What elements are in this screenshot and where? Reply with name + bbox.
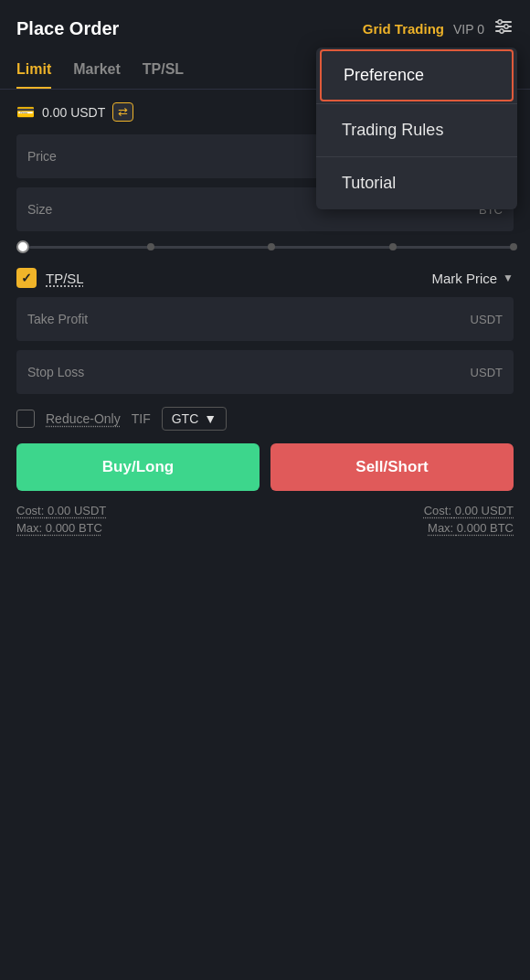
reduce-only-row: Reduce-Only TIF GTC ▼	[16, 407, 514, 431]
tab-limit[interactable]: Limit	[16, 54, 51, 89]
tpsl-row: ✓ TP/SL Mark Price ▼	[16, 268, 514, 288]
tpsl-label: TP/SL	[46, 271, 422, 286]
slider-handle[interactable]	[16, 240, 29, 253]
header-right: Grid Trading VIP 0	[363, 16, 514, 41]
sell-cost-label-text: Cost:	[424, 504, 451, 517]
page-title: Place Order	[16, 18, 119, 39]
slider-track[interactable]	[29, 246, 514, 249]
slider-tick-100	[510, 243, 517, 250]
sell-max-value: 0.000 BTC	[457, 521, 514, 535]
stop-loss-label: Stop Loss	[27, 365, 463, 379]
header: Place Order Grid Trading VIP 0	[0, 0, 530, 50]
sell-short-button[interactable]: Sell/Short	[270, 443, 514, 491]
grid-trading-label[interactable]: Grid Trading	[363, 21, 444, 37]
svg-point-5	[500, 29, 504, 33]
sell-cost-item: Cost: 0.00 USDT Max: 0.000 BTC	[424, 504, 514, 535]
stop-loss-unit: USDT	[471, 366, 503, 379]
chevron-down-icon: ▼	[503, 272, 514, 284]
buy-max-label: Max: 0.000 BTC	[16, 521, 106, 535]
dropdown-item-tutorial[interactable]: Tutorial	[316, 157, 517, 209]
reduce-only-checkbox[interactable]	[16, 410, 35, 428]
tab-tpsl-tab[interactable]: TP/SL	[143, 54, 184, 89]
slider-row	[16, 240, 514, 253]
sell-cost-value: 0.00 USDT	[455, 504, 514, 517]
reduce-only-label: Reduce-Only	[46, 411, 121, 426]
tpsl-checkbox[interactable]: ✓	[16, 268, 37, 288]
sell-max-label-text: Max:	[428, 521, 453, 535]
svg-point-4	[504, 25, 508, 28]
sell-max-label: Max: 0.000 BTC	[424, 521, 514, 535]
buy-cost-label-text: Cost:	[16, 504, 44, 517]
take-profit-label: Take Profit	[27, 312, 463, 326]
cost-row: Cost: 0.00 USDT Max: 0.000 BTC Cost: 0.0…	[16, 504, 514, 535]
balance-value: 0.00 USDT	[42, 105, 105, 120]
stop-loss-field[interactable]: Stop Loss USDT	[16, 350, 514, 394]
buy-long-button[interactable]: Buy/Long	[16, 443, 260, 491]
gtc-chevron-icon: ▼	[204, 411, 217, 426]
gtc-select[interactable]: GTC ▼	[162, 407, 227, 431]
buy-cost-item: Cost: 0.00 USDT Max: 0.000 BTC	[16, 504, 106, 535]
take-profit-field[interactable]: Take Profit USDT	[16, 297, 514, 341]
buy-max-value: 0.000 BTC	[46, 521, 102, 535]
buy-cost-label: Cost: 0.00 USDT	[16, 504, 106, 517]
tab-market[interactable]: Market	[73, 54, 121, 89]
take-profit-unit: USDT	[471, 313, 503, 326]
tif-label: TIF	[132, 411, 151, 426]
slider-tick-75	[389, 243, 397, 250]
wallet-icon: 💳	[16, 103, 35, 121]
svg-point-3	[498, 20, 502, 24]
slider-tick-50	[268, 243, 275, 250]
transfer-button[interactable]: ⇄	[112, 102, 133, 122]
buy-max-label-text: Max:	[16, 521, 42, 535]
sell-cost-label: Cost: 0.00 USDT	[424, 504, 514, 517]
settings-icon[interactable]	[493, 16, 514, 41]
slider-tick-25	[147, 243, 154, 250]
buy-cost-value: 0.00 USDT	[48, 504, 106, 517]
gtc-value: GTC	[172, 411, 199, 426]
dropdown-item-trading-rules[interactable]: Trading Rules	[316, 104, 517, 156]
mark-price-select[interactable]: Mark Price ▼	[431, 271, 514, 286]
dropdown-item-preference[interactable]: Preference	[320, 49, 514, 101]
mark-price-value: Mark Price	[431, 271, 497, 286]
checkmark-icon: ✓	[21, 271, 32, 285]
action-buttons: Buy/Long Sell/Short	[16, 443, 514, 491]
dropdown-menu: Preference Trading Rules Tutorial	[316, 48, 517, 209]
vip-label: VIP 0	[453, 22, 484, 37]
